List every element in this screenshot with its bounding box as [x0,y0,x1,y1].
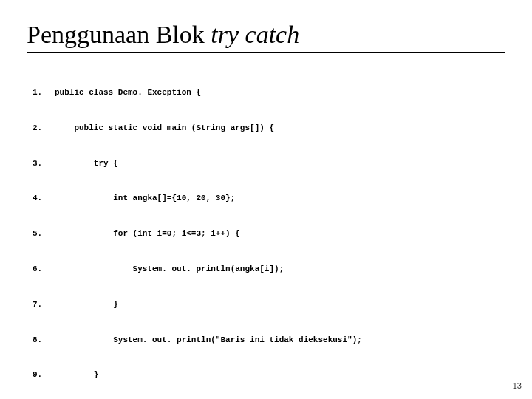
line-number: 1. [33,87,55,99]
code-line: 8. System. out. println("Baris ini tidak… [33,335,505,347]
code-line: 5. for (int i=0; i<=3; i++) { [33,228,505,240]
line-number: 8. [33,335,55,347]
code-text: } [55,369,98,381]
code-text: public static void main (String args[]) … [55,123,274,134]
slide: Penggunaan Blok try catch 1.public class… [0,0,532,399]
line-number: 5. [33,228,55,240]
line-number: 2. [33,123,55,134]
code-line: 1.public class Demo. Exception { [33,87,505,99]
code-text: } [55,299,118,311]
line-number: 9. [33,369,55,381]
title-italic: try catch [211,21,299,48]
code-line: 6. System. out. println(angka[i]); [33,264,505,276]
line-number: 6. [33,264,55,276]
code-text: try { [55,158,118,170]
line-number: 7. [33,299,55,311]
code-line: 4. int angka[]={10, 20, 30}; [33,193,505,205]
line-number: 3. [33,158,55,170]
code-block: 1.public class Demo. Exception { 2. publ… [33,64,505,399]
slide-title: Penggunaan Blok try catch [27,21,505,53]
code-line: 2. public static void main (String args[… [33,123,505,134]
title-prefix: Penggunaan Blok [27,21,211,48]
code-text: System. out. println("Baris ini tidak di… [55,335,362,347]
code-line: 7. } [33,299,505,311]
code-text: int angka[]={10, 20, 30}; [55,193,235,205]
code-text: for (int i=0; i<=3; i++) { [55,228,240,240]
page-number: 13 [513,381,522,390]
code-line: 3. try { [33,158,505,170]
line-number: 4. [33,193,55,205]
code-line: 9. } [33,369,505,381]
code-text: System. out. println(angka[i]); [55,264,284,276]
code-text: public class Demo. Exception { [55,87,201,99]
